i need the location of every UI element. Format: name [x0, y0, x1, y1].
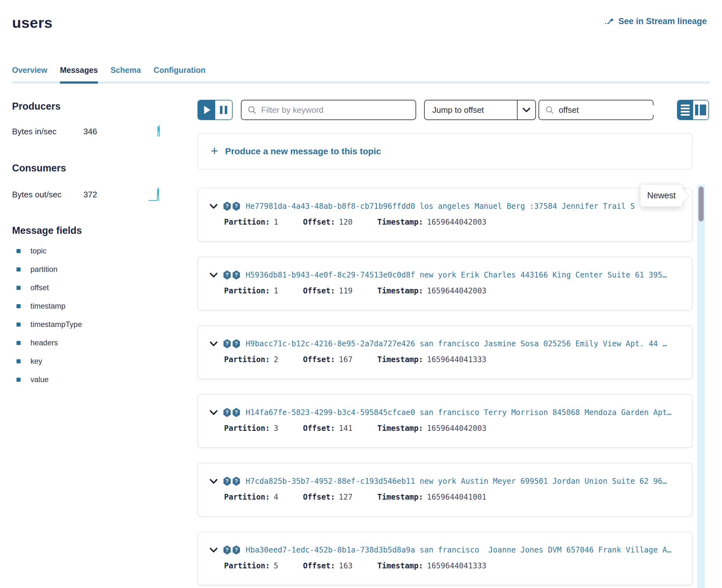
offset-value: 120 — [339, 218, 352, 227]
partition-value: 5 — [274, 561, 278, 570]
sidebar: Producers Bytes in/sec 346 Consumers Byt… — [12, 101, 161, 394]
partition-value: 1 — [274, 218, 278, 227]
bytes-out-value: 372 — [83, 190, 109, 200]
sidebar-field-key[interactable]: key — [12, 357, 161, 365]
expand-chevron-icon[interactable] — [209, 204, 218, 209]
timestamp-value: 1659644041333 — [427, 355, 487, 364]
message-card[interactable]: ? ? H5936db81-b943-4e0f-8c29-74513e0c0d8… — [198, 257, 693, 311]
bytes-out-sparkline — [148, 186, 161, 203]
scrollbar-thumb[interactable] — [699, 187, 704, 222]
message-card[interactable]: ? ? He77981da-4a43-48ab-b8f8-cb71b96ffdd… — [198, 188, 693, 242]
field-label: key — [30, 357, 42, 365]
pause-button[interactable] — [215, 101, 232, 120]
expand-chevron-icon[interactable] — [209, 272, 218, 278]
offset-label: Offset: — [303, 355, 335, 364]
message-fields-list: topic partition offset timestamp — [12, 247, 161, 384]
search-icon — [247, 105, 257, 115]
sidebar-field-timestamp[interactable]: timestamp — [12, 301, 161, 311]
message-card[interactable]: ? ? Hba30eed7-1edc-452b-8b1a-738d3b5d8a9… — [198, 532, 693, 586]
timestamp-label: Timestamp: — [377, 424, 423, 433]
jump-to-offset-select[interactable]: Jump to offset — [424, 100, 536, 120]
sidebar-field-offset[interactable]: offset — [12, 283, 161, 292]
value-format-icon: ? — [233, 271, 240, 280]
page-title: users — [12, 14, 53, 31]
partition-label: Partition: — [224, 355, 270, 364]
bytes-in-sparkline — [157, 124, 161, 139]
produce-message-button[interactable]: + Produce a new message to this topic — [198, 133, 693, 169]
bytes-in-metric: Bytes in/sec 346 — [12, 124, 161, 139]
value-format-icon: ? — [233, 546, 240, 555]
list-view-button[interactable] — [678, 101, 693, 120]
partition-value: 3 — [274, 424, 278, 433]
message-card[interactable]: ? ? H14fa67fe-5823-4299-b3c4-595845cfcae… — [198, 394, 693, 448]
offset-value: 167 — [339, 355, 352, 364]
sidebar-field-headers[interactable]: headers — [12, 338, 161, 347]
key-format-icon: ? — [224, 202, 231, 211]
message-preview-text: H14fa67fe-5823-4299-b3c4-595845cfcae0 sa… — [246, 408, 683, 417]
bytes-in-value: 346 — [83, 127, 109, 136]
tab-overview[interactable]: Overview — [12, 66, 47, 81]
field-bullet-icon — [17, 341, 21, 345]
offset-search-input[interactable] — [559, 105, 665, 115]
stream-lineage-link[interactable]: See in Stream lineage — [604, 17, 707, 26]
timestamp-value: 1659644041333 — [427, 561, 487, 570]
partition-value: 1 — [274, 287, 278, 295]
bytes-in-label: Bytes in/sec — [12, 127, 83, 136]
keyword-filter[interactable] — [241, 100, 416, 120]
message-preview-text: H5936db81-b943-4e0f-8c29-74513e0c0d8f ne… — [246, 271, 683, 279]
offset-label: Offset: — [303, 287, 335, 295]
tab-configuration[interactable]: Configuration — [154, 66, 206, 81]
offset-value: 119 — [339, 287, 352, 295]
scrollbar-track[interactable] — [697, 185, 705, 588]
offset-label: Offset: — [303, 492, 335, 502]
field-label: headers — [30, 338, 58, 347]
view-toggle — [677, 100, 709, 120]
keyword-filter-input[interactable] — [261, 105, 410, 115]
timestamp-value: 1659644042003 — [427, 218, 487, 227]
field-bullet-icon — [17, 378, 21, 382]
expand-chevron-icon[interactable] — [209, 410, 218, 415]
timestamp-label: Timestamp: — [377, 492, 423, 502]
field-label: timestampType — [30, 320, 82, 329]
offset-label: Offset: — [303, 561, 335, 570]
message-card[interactable]: ? ? H7cda825b-35b7-4952-88ef-c193d546eb1… — [198, 463, 693, 517]
tab-messages[interactable]: Messages — [60, 66, 98, 81]
field-label: topic — [30, 247, 47, 255]
offset-search[interactable] — [538, 100, 654, 120]
value-format-icon: ? — [233, 408, 240, 417]
expand-chevron-icon[interactable] — [209, 479, 218, 484]
produce-message-label: Produce a new message to this topic — [225, 146, 381, 156]
field-bullet-icon — [17, 359, 21, 363]
timestamp-value: 1659644042003 — [427, 424, 487, 433]
timestamp-label: Timestamp: — [377, 287, 423, 295]
expand-chevron-icon[interactable] — [209, 341, 218, 346]
tab-schema[interactable]: Schema — [110, 66, 141, 81]
sidebar-field-topic[interactable]: topic — [12, 247, 161, 255]
offset-value: 127 — [339, 492, 352, 502]
offset-value: 163 — [339, 561, 352, 570]
sidebar-field-partition[interactable]: partition — [12, 265, 161, 274]
newest-tooltip: Newest — [640, 184, 683, 207]
list-view-icon — [681, 105, 690, 106]
partition-label: Partition: — [224, 561, 270, 570]
message-card[interactable]: ? ? H9bacc71c-b12c-4216-8e95-2a7da727e42… — [198, 326, 693, 379]
sidebar-field-value[interactable]: value — [12, 375, 161, 384]
producers-heading: Producers — [12, 101, 161, 112]
toolbar: Jump to offset — [198, 100, 709, 120]
bytes-out-label: Bytes out/sec — [12, 190, 83, 200]
play-icon — [204, 106, 210, 114]
chevron-down-icon[interactable] — [517, 101, 535, 120]
timestamp-label: Timestamp: — [377, 561, 423, 570]
play-button[interactable] — [198, 101, 215, 120]
message-preview-text: He77981da-4a43-48ab-b8f8-cb71b96ffdd0 lo… — [246, 202, 683, 211]
sidebar-field-timestampType[interactable]: timestampType — [12, 320, 161, 329]
message-preview-text: Hba30eed7-1edc-452b-8b1a-738d3b5d8a9a sa… — [246, 546, 683, 554]
key-format-icon: ? — [224, 408, 231, 417]
field-bullet-icon — [17, 249, 21, 253]
value-format-icon: ? — [233, 477, 240, 486]
field-bullet-icon — [17, 286, 21, 290]
column-view-button[interactable] — [693, 101, 708, 120]
partition-label: Partition: — [224, 218, 270, 227]
expand-chevron-icon[interactable] — [209, 547, 218, 553]
value-format-icon: ? — [233, 202, 240, 211]
